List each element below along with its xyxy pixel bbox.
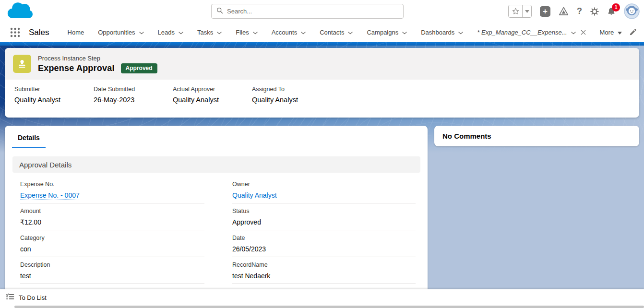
nav-more-menu[interactable]: More [600,29,622,36]
global-actions-plus-icon[interactable]: + [540,6,550,17]
chevron-down-icon[interactable] [571,29,576,36]
field-label: Description [20,261,204,268]
chevron-down-icon[interactable] [458,29,463,36]
field-label: RecordName [232,261,416,268]
tab-details[interactable]: Details [12,134,46,148]
field-owner: Owner Quality Analyst [232,177,416,203]
close-icon[interactable] [581,30,586,35]
nav-tabs: Home Opportunities Leads Tasks Files Acc… [68,29,629,36]
nav-tab-label: Files [236,29,249,36]
summary-field-submitter: Submitter Quality Analyst [14,86,94,104]
page-title: Expense Approval [38,63,115,73]
field-label: Status [232,208,416,214]
nav-tab-accounts[interactable]: Accounts [272,29,306,36]
entity-label: Process Instance Step [38,55,157,62]
field-value: Quality Analyst [173,96,252,104]
nav-tab-label: Campaigns [367,29,398,36]
chevron-down-icon[interactable] [253,29,258,36]
approval-stamp-icon [13,55,31,73]
user-avatar[interactable] [624,3,640,19]
field-label: Actual Approver [173,86,252,93]
nav-more-label: More [600,29,614,36]
nav-tab-opportunities[interactable]: Opportunities [98,29,143,36]
app-launcher-icon[interactable] [10,27,21,38]
caret-down-icon [618,29,622,36]
notifications-bell-icon[interactable]: 1 [607,7,616,16]
trailhead-guidance-icon[interactable] [559,7,569,16]
details-tab-row: Details [5,126,428,148]
field-value: test [20,272,204,280]
field-expense-no: Expense No. Expense No. - 0007 [20,177,204,203]
field-label: Amount [20,208,204,214]
chevron-down-icon[interactable] [348,29,353,36]
setup-gear-icon[interactable] [590,7,599,16]
header-actions: + ? [508,0,640,23]
field-value-link[interactable]: Expense No. - 0007 [20,191,204,199]
chevron-down-icon[interactable] [402,29,407,36]
chevron-down-icon[interactable] [217,29,222,36]
field-label: Date Submitted [94,86,173,93]
nav-tab-tasks[interactable]: Tasks [197,29,222,36]
chevron-down-icon[interactable] [179,29,183,36]
utility-bar: To Do List [0,289,644,306]
help-icon[interactable]: ? [577,6,582,16]
salesforce-lightning-app: + ? [0,0,644,308]
nav-tab-label: Leads [158,29,175,36]
section-header-approval-details: Approval Details [12,156,420,173]
details-card: Details Approval Details Expense No. Exp… [5,126,428,295]
search-icon [216,7,223,16]
field-value: con [20,245,204,253]
highlights-panel: Submitter Quality Analyst Date Submitted… [5,80,639,104]
comments-card: No Comments [434,126,639,146]
nav-tab-label: Tasks [197,29,213,36]
favorites-dropdown-icon[interactable] [522,5,531,17]
app-navigation-bar: Sales Home Opportunities Leads Tasks Fil… [0,23,644,42]
field-value: Quality Analyst [14,96,94,104]
field-value: Quality Analyst [252,96,331,104]
field-label: Assigned To [252,86,331,93]
notification-count-badge: 1 [612,3,620,12]
summary-field-date-submitted: Date Submitted 26-May-2023 [94,86,173,104]
field-value: Approved [232,218,416,226]
field-amount: Amount ₹12.00 [20,203,204,230]
field-category: Category con [20,230,204,257]
record-header-card: Process Instance Step Expense Approval A… [5,48,639,118]
field-description: Description test [20,257,204,284]
summary-field-actual-approver: Actual Approver Quality Analyst [173,86,252,104]
search-input[interactable] [227,8,398,15]
nav-tab-label: Contacts [320,29,344,36]
nav-tab-label: Dashboards [421,29,454,36]
field-value: 26/05/2023 [232,245,416,253]
current-app-name[interactable]: Sales [29,28,49,37]
field-label: Category [20,235,204,241]
nav-tab-temp-dashboard[interactable]: * Exp_Manage_CC__Expense... [477,29,585,36]
status-badge: Approved [121,63,157,73]
field-date: Date 26/05/2023 [232,230,416,257]
edit-navigation-pencil-icon[interactable] [629,29,636,36]
field-value: 26-May-2023 [94,96,173,104]
field-recordname: RecordName test Nedaerk [232,257,416,284]
summary-field-assigned-to: Assigned To Quality Analyst [252,86,331,104]
record-title-strip: Process Instance Step Expense Approval A… [5,48,639,80]
favorites-star-icon[interactable] [509,5,522,17]
chevron-down-icon[interactable] [301,29,306,36]
nav-tab-dashboards[interactable]: Dashboards [421,29,463,36]
nav-tab-label: Opportunities [98,29,135,36]
scrollbar-thumb[interactable] [14,306,644,308]
nav-tab-home[interactable]: Home [68,29,84,36]
todo-list-button[interactable]: To Do List [19,294,47,301]
field-label: Date [232,235,416,241]
nav-tab-campaigns[interactable]: Campaigns [367,29,407,36]
nav-tab-contacts[interactable]: Contacts [320,29,353,36]
nav-tab-files[interactable]: Files [236,29,257,36]
global-header: + ? [0,0,644,23]
horizontal-scrollbar[interactable] [0,306,644,308]
field-label: Owner [232,181,416,188]
field-value: ₹12.00 [20,218,204,226]
salesforce-logo-icon [6,1,33,23]
chevron-down-icon[interactable] [139,29,144,36]
field-value-link[interactable]: Quality Analyst [232,191,416,199]
field-value: test Nedaerk [232,272,416,280]
nav-tab-leads[interactable]: Leads [158,29,183,36]
global-search[interactable] [211,4,404,19]
